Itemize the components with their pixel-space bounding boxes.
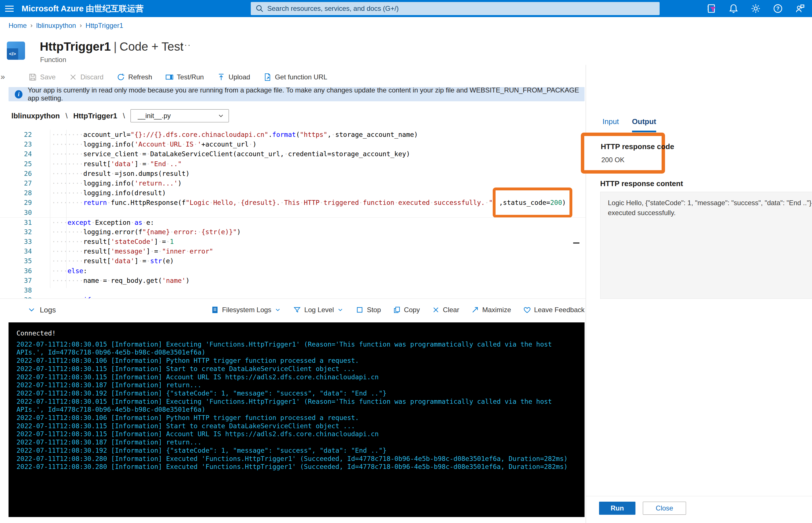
chevron-down-icon xyxy=(337,306,344,313)
response-code-label: HTTP response code xyxy=(601,142,674,151)
code-editor[interactable]: 22········account_url="{}://{}.dfs.core.… xyxy=(0,129,586,299)
log-console: Connected!2022-07-11T12:08:30.015 [Infor… xyxy=(8,322,585,517)
filter-funnel-icon xyxy=(293,306,301,314)
readonly-banner: i Your app is currently in read only mod… xyxy=(8,87,585,101)
code-line: 25········result['data']·=·"End·.." xyxy=(0,159,586,169)
logs-collapse-button[interactable]: Logs xyxy=(27,306,56,314)
log-line: APIs.', Id=4778c718-0b96-4e5b-b98c-d08e3… xyxy=(17,405,577,414)
line-number: 30 xyxy=(0,208,32,217)
directory-filter-icon[interactable] xyxy=(706,3,717,14)
search-placeholder: Search resources, services, and docs (G+… xyxy=(267,4,399,13)
line-number: 35 xyxy=(0,256,32,266)
top-bar: Microsoft Azure 由世纪互联运营 Search resources… xyxy=(0,0,812,17)
filesystem-logs-dropdown[interactable]: Filesystem Logs xyxy=(211,306,281,314)
log-level-dropdown[interactable]: Log Level xyxy=(293,306,344,314)
line-number: 37 xyxy=(0,276,32,285)
file-dropdown[interactable]: __init__.py xyxy=(131,109,229,122)
response-code-highlight-box: HTTP response code 200 OK xyxy=(581,132,665,174)
code-line: 29········return·func.HttpResponse(f"Log… xyxy=(0,198,586,208)
panel-divider xyxy=(586,496,812,496)
log-line: 2022-07-11T12:08:30.115 [Information] Ac… xyxy=(17,373,577,381)
stop-icon xyxy=(356,306,364,314)
expand-menu-icon[interactable]: » xyxy=(1,72,5,82)
refresh-button[interactable]: Refresh xyxy=(117,73,152,82)
filesystem-logs-icon xyxy=(211,306,219,314)
get-function-url-button[interactable]: Get function URL xyxy=(263,73,327,82)
line-number: 27 xyxy=(0,178,32,188)
clear-button[interactable]: Clear xyxy=(432,306,459,314)
azure-portal-page: Microsoft Azure 由世纪互联运营 Search resources… xyxy=(0,0,812,523)
maximize-button[interactable]: Maximize xyxy=(471,306,511,314)
close-button[interactable]: Close xyxy=(643,502,686,515)
log-line: 2022-07-11T12:08:30.280 [Information] Ex… xyxy=(17,463,577,471)
banner-text: Your app is currently in read only mode … xyxy=(27,86,585,102)
log-line: APIs.', Id=4778c718-0b96-4e5b-b98c-d08e3… xyxy=(17,348,577,357)
copy-icon xyxy=(393,306,401,314)
stop-button[interactable]: Stop xyxy=(356,306,381,314)
code-line: 27········logging.info('return...') xyxy=(0,178,586,188)
tab-input[interactable]: Input xyxy=(602,117,619,132)
breadcrumb-function[interactable]: HttpTrigger1 xyxy=(86,22,124,30)
line-number: 22 xyxy=(0,130,32,140)
log-line: 2022-07-11T12:08:30.106 [Information] Py… xyxy=(17,414,577,422)
line-number: 34 xyxy=(0,247,32,256)
settings-gear-icon[interactable] xyxy=(750,3,761,14)
editor-divider xyxy=(0,299,586,299)
log-line: 2022-07-11T12:08:30.187 [Information] re… xyxy=(17,438,577,447)
line-number: 32 xyxy=(0,227,32,237)
discard-icon xyxy=(69,73,77,82)
test-run-icon xyxy=(165,73,174,82)
run-button[interactable]: Run xyxy=(599,502,636,515)
line-number: 26 xyxy=(0,169,32,178)
breadcrumb: Home › lblinuxpython › HttpTrigger1 xyxy=(8,22,123,30)
code-line: 30 xyxy=(0,208,586,217)
line-number: 33 xyxy=(0,237,32,247)
notifications-icon[interactable] xyxy=(728,3,739,14)
leave-feedback-button[interactable]: Leave Feedback xyxy=(523,306,585,314)
breadcrumb-app[interactable]: lblinuxpython xyxy=(36,22,76,30)
clear-icon xyxy=(432,306,440,314)
upload-icon xyxy=(217,73,225,82)
line-number: 24 xyxy=(0,149,32,159)
feedback-icon[interactable] xyxy=(794,3,806,14)
test-run-button[interactable]: Test/Run xyxy=(165,73,204,82)
code-line: 34········result['message']·=·"inner·err… xyxy=(0,247,586,256)
code-line: 33········result['stateCode']·=·1 xyxy=(0,237,586,247)
response-content-label: HTTP response content xyxy=(600,179,683,188)
heart-icon xyxy=(523,306,531,314)
log-line: 2022-07-11T12:08:30.015 [Information] Ex… xyxy=(17,398,577,406)
response-code-value: 200 OK xyxy=(601,156,624,164)
panel-tabs: Input Output xyxy=(602,117,656,132)
log-line: 2022-07-11T12:08:30.192 [Information] {"… xyxy=(17,447,577,455)
svg-text:?: ? xyxy=(776,6,779,12)
file-dropdown-value: __init__.py xyxy=(138,112,171,120)
code-line: 23········logging.info('Account·URL·IS·'… xyxy=(0,140,586,149)
breadcrumb-home[interactable]: Home xyxy=(8,22,27,30)
save-icon xyxy=(29,73,37,82)
save-button[interactable]: Save xyxy=(29,73,56,82)
search-input[interactable]: Search resources, services, and docs (G+… xyxy=(251,2,660,15)
line-number: 23 xyxy=(0,140,32,149)
more-actions-icon[interactable]: ··· xyxy=(181,40,191,50)
azure-brand: Microsoft Azure 由世纪互联运营 xyxy=(22,0,144,17)
breadcrumb-separator: › xyxy=(27,22,36,29)
help-icon[interactable]: ? xyxy=(772,3,783,14)
hamburger-menu-icon[interactable] xyxy=(5,4,15,13)
upload-button[interactable]: Upload xyxy=(217,73,250,82)
tab-output[interactable]: Output xyxy=(632,117,656,132)
copy-button[interactable]: Copy xyxy=(393,306,420,314)
log-line: 2022-07-11T12:08:30.187 [Information] re… xyxy=(17,381,577,389)
line-number: 36 xyxy=(0,266,32,276)
chevron-down-icon xyxy=(217,112,225,120)
file-path: lblinuxpython \ HttpTrigger1 \ __init__.… xyxy=(12,109,229,122)
chevron-down-icon xyxy=(27,306,36,314)
line-number: 25 xyxy=(0,159,32,169)
code-line: 32········logging.error(f"{name}·error:·… xyxy=(0,227,586,237)
maximize-icon xyxy=(471,306,479,314)
discard-button[interactable]: Discard xyxy=(69,73,103,82)
get-function-url-icon xyxy=(263,73,272,82)
page-subtitle: Function xyxy=(40,56,66,64)
log-line: Connected! xyxy=(17,329,577,338)
log-line: 2022-07-11T12:08:30.015 [Information] Ex… xyxy=(17,340,577,348)
line-number: 38 xyxy=(0,285,32,295)
